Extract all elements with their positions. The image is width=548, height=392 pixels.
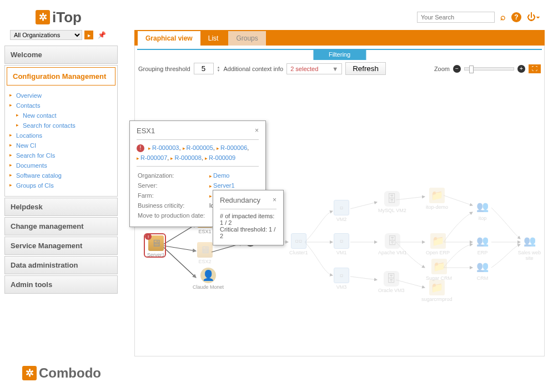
refresh-button[interactable]: Refresh <box>345 62 386 75</box>
node-claude-monet[interactable]: 👤Claude Monet <box>193 268 224 290</box>
menu-change-mgmt[interactable]: Change management <box>5 218 117 235</box>
submenu-software-catalog[interactable]: Software catalog <box>16 170 117 180</box>
submenu-locations[interactable]: Locations <box>16 130 117 140</box>
server-link[interactable]: Server1 <box>213 182 235 189</box>
help-icon[interactable]: ? <box>511 12 521 22</box>
zoom-slider[interactable] <box>464 67 514 71</box>
fullscreen-button[interactable]: ⛶ <box>529 64 541 73</box>
zoom-slider-handle[interactable] <box>469 66 474 73</box>
power-icon[interactable]: ⏻▾ <box>527 12 540 22</box>
submenu-overview[interactable]: Overview <box>16 91 117 100</box>
grouping-spinner[interactable]: ▲▼ <box>217 66 220 72</box>
node-itop-demo[interactable]: 📁itop-demo <box>426 188 448 210</box>
submenu-search-contacts[interactable]: Search for contacts <box>23 120 117 130</box>
menu-welcome[interactable]: Welcome <box>5 46 117 63</box>
context-info-select[interactable]: 2 selected▼ <box>286 63 342 74</box>
node-crm[interactable]: 👥CRM <box>475 259 490 281</box>
svg-line-7 <box>350 202 377 209</box>
node-vm1[interactable]: ▫VM1 <box>334 233 349 255</box>
ticket-link[interactable]: R-000008 <box>174 154 201 161</box>
ticket-link[interactable]: R-000007 <box>140 154 167 161</box>
submenu-search-cis[interactable]: Search for CIs <box>16 150 117 160</box>
node-esx2[interactable]: 🖥ESX2 <box>197 242 213 264</box>
popup-redundancy-close[interactable]: × <box>273 196 276 204</box>
search-icon[interactable]: ⌕ <box>500 12 506 22</box>
svg-line-2 <box>162 245 196 278</box>
app-logo: ✲ iTop <box>36 9 82 26</box>
submenu-contacts[interactable]: Contacts <box>16 100 117 110</box>
footer-logo: ✲ Combodo <box>22 365 101 381</box>
menu-admin-tools[interactable]: Admin tools <box>5 276 117 293</box>
node-openerp[interactable]: 📁Open ERP <box>426 233 450 255</box>
popup-redundancy-title: Redundancy <box>220 196 260 204</box>
svg-line-9 <box>350 277 377 280</box>
tab-graphical-view[interactable]: Graphical view <box>138 31 200 46</box>
submenu-documents[interactable]: Documents <box>16 160 117 170</box>
node-oracle-vm3[interactable]: 🗄Oracle VM3 <box>378 271 405 293</box>
search-input[interactable] <box>417 12 495 23</box>
submenu-new-contact[interactable]: New contact <box>23 110 117 120</box>
filtering-toggle[interactable]: Filtering <box>313 49 366 60</box>
error-icon: ! <box>137 144 144 152</box>
node-sugarcrm[interactable]: 📁Sugar CRM <box>426 259 452 281</box>
node-vm2[interactable]: ▫VM2 <box>334 200 349 222</box>
tab-list[interactable]: List <box>200 31 227 46</box>
menu-helpdesk[interactable]: Helpdesk <box>5 198 117 215</box>
ticket-link[interactable]: R-000003 <box>152 144 179 151</box>
zoom-in-button[interactable]: + <box>517 65 525 73</box>
footer-logo-text: Combodo <box>39 365 101 381</box>
svg-line-0 <box>162 224 196 245</box>
logo-text: iTop <box>52 9 82 26</box>
org-link[interactable]: Demo <box>213 172 229 179</box>
popup-redundancy: Redundancy× # of impacted items: 1 / 2 C… <box>213 190 284 245</box>
logo-icon: ✲ <box>36 10 50 24</box>
node-sugarcrmprod[interactable]: 📁sugarcrmprod <box>421 280 453 302</box>
context-info-label: Additional context info <box>224 66 284 72</box>
node-cluster1[interactable]: ▫▫Cluster1 <box>289 233 308 255</box>
org-go-button[interactable]: ▸ <box>84 31 93 39</box>
node-sales[interactable]: 👥Sales web site <box>515 233 544 261</box>
node-itop[interactable]: 👥itop <box>475 199 490 221</box>
grouping-threshold-label: Grouping threshold <box>138 66 190 72</box>
ticket-link[interactable]: R-000009 <box>209 154 235 161</box>
popup-esx1-title: ESX1 <box>137 127 155 135</box>
org-select[interactable]: All Organizations <box>10 30 82 40</box>
ticket-link[interactable]: R-000005 <box>187 144 213 151</box>
menu-service-mgmt[interactable]: Service Management <box>5 237 117 254</box>
node-mysql-vm2[interactable]: 🗄MySQL VM2 <box>378 191 406 213</box>
menu-config-mgmt[interactable]: Configuration Management <box>7 67 115 86</box>
footer-logo-icon: ✲ <box>22 366 37 380</box>
node-server1[interactable]: 🖥!Server1 <box>147 235 165 258</box>
node-vm3[interactable]: ▫VM3 <box>334 268 349 290</box>
pin-icon[interactable]: 📌 <box>98 31 106 39</box>
zoom-out-button[interactable]: − <box>453 65 461 73</box>
submenu-new-ci[interactable]: New CI <box>16 140 117 150</box>
node-erp[interactable]: 👥ERP <box>475 233 490 255</box>
ticket-link[interactable]: R-000006 <box>220 144 247 151</box>
svg-line-1 <box>162 245 196 251</box>
submenu-groups-cis[interactable]: Groups of CIs <box>16 180 117 190</box>
zoom-label: Zoom <box>434 66 450 72</box>
tab-groups[interactable]: Groups <box>228 31 265 46</box>
popup-esx1-close[interactable]: × <box>255 127 259 135</box>
node-apache-vm1[interactable]: 🗄Apache VM1 <box>378 233 407 255</box>
grouping-threshold-input[interactable] <box>194 63 214 74</box>
menu-data-admin[interactable]: Data administration <box>5 257 117 274</box>
